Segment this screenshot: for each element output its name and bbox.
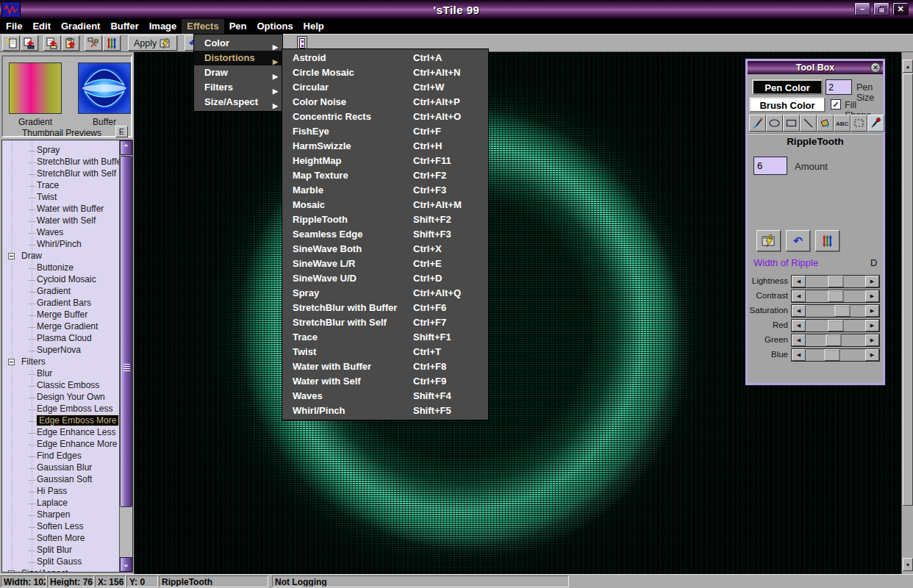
tree-item[interactable]: Design Your Own (2, 392, 119, 404)
effects-menu-item[interactable]: Draw ▶ (194, 65, 282, 80)
effects-menu-item[interactable]: Size/Aspect ▶ (194, 95, 282, 110)
tree-item[interactable]: Hi Pass (2, 486, 119, 498)
distortions-menu-item[interactable]: RippleTooth Shift+F2 (282, 212, 488, 227)
title-bar[interactable]: 'sTile 99 – ✕ (0, 0, 913, 19)
tools-button[interactable] (85, 35, 102, 51)
tree-item[interactable]: Soften More (2, 533, 119, 545)
tree-item[interactable]: Waves (2, 227, 119, 239)
menubar-item[interactable]: Options (252, 19, 298, 34)
slider-thumb[interactable] (826, 334, 842, 346)
effects-menu-item[interactable]: Filters ▶ (194, 80, 282, 95)
minimize-button[interactable]: – (854, 2, 870, 15)
distortions-menu-item[interactable]: Waves Shift+F4 (282, 389, 488, 404)
save-button[interactable] (21, 35, 38, 51)
tree-scroll-up-button[interactable]: ⌃ (120, 140, 132, 155)
tree-item[interactable]: Merge Buffer (2, 309, 119, 321)
tree-expander-icon[interactable] (8, 570, 15, 572)
distortions-menu-item[interactable]: Trace Shift+F1 (282, 330, 488, 345)
slider-right-arrow-icon[interactable]: ▶ (865, 290, 879, 302)
tree-item[interactable]: Edge Enhance More (2, 439, 119, 451)
gradient-thumbnail[interactable] (9, 62, 62, 114)
tree-item[interactable]: Edge Emboss More (2, 415, 119, 427)
tree-item[interactable]: Split Blur (2, 545, 119, 556)
menubar-item[interactable]: Effects (182, 19, 223, 34)
distortions-menu-item[interactable]: Color Noise Ctrl+Alt+P (282, 95, 488, 110)
tree-item[interactable]: Spray (2, 145, 119, 157)
toolbox-close-button[interactable]: ✕ (870, 62, 881, 73)
distortions-menu-item[interactable]: StretchBlur with Buffer Ctrl+F6 (282, 301, 488, 315)
menubar-item[interactable]: File (1, 19, 27, 34)
slider-thumb[interactable] (828, 276, 843, 287)
menubar-item[interactable]: Image (144, 19, 182, 34)
tree-item[interactable]: Gradient Bars (2, 298, 119, 309)
distortions-menu-item[interactable]: Map Texture Ctrl+F2 (282, 168, 488, 183)
effects-menu-item[interactable]: Color ▶ (194, 36, 282, 51)
tree-item[interactable]: Water with Self (2, 215, 119, 227)
distortions-menu-item[interactable]: Seamless Edge Shift+F3 (282, 227, 488, 242)
tree-item[interactable]: Gradient (2, 286, 119, 298)
slider-track[interactable] (806, 334, 865, 346)
tree-item[interactable]: Trace (2, 180, 119, 192)
slider-left-arrow-icon[interactable]: ◀ (792, 290, 806, 302)
tree-item[interactable]: Plasma Cloud (2, 333, 119, 345)
new-button[interactable] (2, 35, 20, 51)
tree-item[interactable]: Buttonize (2, 262, 119, 274)
marquee-select-tool-button[interactable] (851, 115, 867, 132)
tree-item[interactable]: Draw (2, 251, 119, 262)
tree-item[interactable]: Blur (2, 368, 119, 380)
brush-tool-button[interactable] (749, 115, 766, 132)
menubar-item[interactable]: Help (298, 19, 329, 34)
slider-track[interactable] (806, 290, 865, 302)
effects-menu-item[interactable]: Distortions ▶ (194, 51, 282, 65)
slider-thumb[interactable] (828, 290, 843, 302)
slider-thumb[interactable] (825, 349, 840, 361)
slider-left-arrow-icon[interactable]: ◀ (792, 276, 806, 287)
tree-expander-icon[interactable] (8, 359, 15, 365)
distortions-menu-item[interactable]: Marble Ctrl+F3 (282, 183, 488, 198)
slider-track[interactable] (806, 349, 865, 361)
pen-size-input[interactable] (826, 79, 852, 95)
text-tool-button[interactable]: ABC (834, 115, 851, 132)
slider-left-arrow-icon[interactable]: ◀ (792, 349, 806, 361)
distortions-menu-item[interactable]: FishEye Ctrl+F (282, 124, 488, 139)
scrollbar-thumb[interactable] (903, 74, 913, 506)
slider-left-arrow-icon[interactable]: ◀ (792, 320, 806, 331)
tree-expander-icon[interactable] (8, 253, 15, 259)
slider-right-arrow-icon[interactable]: ▶ (865, 320, 879, 331)
paste-button[interactable] (62, 35, 79, 51)
tree-item[interactable]: Gaussian Soft (2, 474, 119, 486)
distortions-menu-item[interactable]: Astroid Ctrl+A (282, 51, 488, 65)
tree-item[interactable]: Find Edges (2, 451, 119, 462)
menubar-item[interactable]: Gradient (56, 19, 105, 34)
slider-left-arrow-icon[interactable]: ◀ (792, 334, 806, 346)
distortions-menu-item[interactable]: Circle Mosaic Ctrl+Alt+N (282, 65, 488, 80)
toolbox-title-bar[interactable]: Tool Box ✕ (748, 61, 883, 74)
fill-bucket-tool-button[interactable] (817, 115, 834, 132)
distortions-menu-item[interactable]: Spray Ctrl+Alt+Q (282, 286, 488, 301)
distortions-menu-item[interactable]: StretchBlur with Self Ctrl+F7 (282, 315, 488, 330)
tree-item[interactable]: Merge Gradient (2, 321, 119, 333)
close-button[interactable]: ✕ (892, 2, 909, 15)
pen-color-button[interactable]: Pen Color (752, 79, 823, 95)
tree-item[interactable]: Size/Aspect (2, 568, 119, 572)
tree-item[interactable]: Whirl/Pinch (2, 239, 119, 251)
slider-track[interactable] (806, 305, 865, 317)
distortions-menu-item[interactable]: Twist Ctrl+T (282, 345, 488, 359)
slider-thumb[interactable] (835, 305, 851, 317)
menubar-item[interactable]: Edit (27, 19, 56, 34)
eyedropper-tool-button[interactable] (867, 115, 884, 132)
tree-item[interactable]: Edge Emboss Less (2, 404, 119, 415)
line-tool-button[interactable] (800, 115, 817, 132)
amount-input[interactable] (753, 157, 787, 175)
undo-effect-button[interactable]: ↶ (786, 230, 810, 251)
brush-color-button[interactable]: Brush Color (749, 97, 826, 112)
restore-button[interactable] (873, 2, 889, 15)
distortions-menu-item[interactable]: Whirl/Pinch Shift+F5 (282, 404, 488, 418)
slider-thumb[interactable] (828, 320, 843, 331)
distortions-menu-item[interactable]: Concentric Rects Ctrl+Alt+O (282, 110, 488, 124)
fill-shape-checkbox[interactable]: ✓ (831, 99, 841, 110)
canvas-vertical-scrollbar[interactable]: ▲ ▼ (901, 52, 913, 574)
e-button[interactable]: E (115, 126, 128, 137)
tree-scrollbar-thumb[interactable] (120, 156, 132, 507)
scroll-down-button[interactable]: ▼ (903, 558, 913, 571)
